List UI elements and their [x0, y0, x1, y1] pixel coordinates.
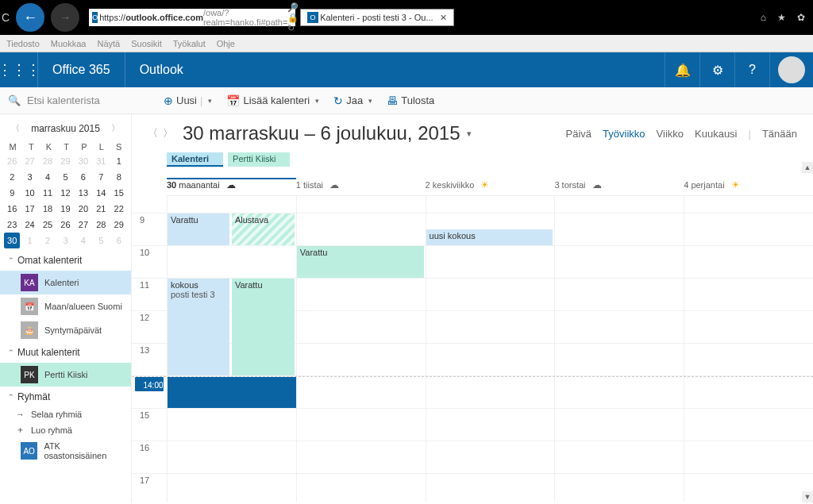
calendar-item-kalenteri[interactable]: KA Kalenteri [0, 271, 131, 294]
time-slot[interactable] [167, 344, 296, 375]
day[interactable]: 14 [93, 185, 109, 201]
day[interactable]: 16 [4, 201, 20, 217]
calendar-item-region[interactable]: 📅 Maan/alueen Suomi [0, 294, 131, 318]
allday-slot[interactable] [554, 196, 684, 213]
time-slot[interactable] [167, 441, 296, 473]
day[interactable]: 15 [111, 185, 127, 201]
mini-cal-month[interactable]: marraskuu 2015 [31, 123, 100, 134]
day[interactable]: 23 [4, 217, 20, 233]
time-slot[interactable] [684, 214, 813, 245]
time-slot[interactable] [426, 311, 555, 343]
time-slot[interactable] [426, 279, 555, 310]
tab-close-icon[interactable]: ✕ [440, 13, 447, 23]
day[interactable]: 29 [57, 153, 73, 169]
back-button[interactable]: ← [16, 3, 44, 32]
view-today[interactable]: Tänään [762, 128, 797, 140]
day[interactable]: 30 [75, 153, 91, 169]
browser-tab[interactable]: O Kalenteri - posti testi 3 - Ou... ✕ [300, 9, 453, 26]
menu-help[interactable]: Ohje [217, 39, 235, 48]
time-slot[interactable] [554, 279, 684, 310]
day-header-fri[interactable]: 4 perjantai☀ [684, 178, 813, 195]
day[interactable]: 9 [4, 185, 20, 201]
time-slot[interactable] [684, 311, 813, 343]
day[interactable]: 27 [22, 153, 38, 169]
chip-kalenteri[interactable]: Kalenteri [167, 152, 223, 167]
time-slot[interactable] [684, 246, 813, 278]
prev-month-button[interactable]: 〈 [11, 122, 20, 134]
time-slot[interactable]: Varattu Alustava [167, 214, 296, 245]
time-slot[interactable] [426, 474, 555, 502]
day[interactable]: 3 [57, 233, 73, 248]
day[interactable]: 19 [57, 201, 73, 217]
time-slot[interactable] [554, 409, 684, 441]
day[interactable]: 28 [40, 153, 56, 169]
day[interactable]: 2 [4, 169, 20, 185]
app-launcher-icon[interactable]: ⋮⋮⋮ [0, 52, 38, 87]
day[interactable]: 26 [57, 217, 73, 233]
day-header-tue[interactable]: 1 tiistai☁ [296, 178, 426, 195]
time-slot[interactable] [684, 441, 813, 473]
day[interactable]: 5 [57, 169, 73, 185]
day[interactable]: 8 [111, 169, 127, 185]
time-slot[interactable] [554, 311, 684, 343]
allday-slot[interactable] [296, 196, 426, 213]
share-button[interactable]: ↻ Jaa ▾ [333, 94, 372, 107]
time-slot[interactable] [167, 474, 296, 502]
day-today[interactable]: 30 [4, 233, 20, 248]
time-slot[interactable] [296, 344, 426, 375]
menu-view[interactable]: Näytä [97, 39, 120, 48]
day[interactable]: 12 [57, 185, 73, 201]
scroll-down-button[interactable]: ▼ [802, 491, 813, 502]
prev-week-button[interactable]: 〈 [148, 126, 158, 140]
time-slot[interactable] [426, 246, 555, 278]
day[interactable]: 4 [40, 169, 56, 185]
time-slot[interactable] [684, 344, 813, 375]
day[interactable]: 11 [40, 185, 56, 201]
day[interactable]: 29 [111, 217, 127, 233]
day[interactable]: 3 [22, 169, 38, 185]
day[interactable]: 28 [93, 217, 109, 233]
allday-slot[interactable] [167, 196, 296, 213]
chevron-down-icon[interactable]: ▾ [208, 97, 212, 105]
allday-slot[interactable] [684, 196, 813, 213]
time-slot[interactable] [167, 409, 296, 441]
day[interactable]: 22 [111, 201, 127, 217]
time-slot[interactable]: uusi kokous [426, 214, 555, 245]
day[interactable]: 7 [93, 169, 109, 185]
time-slot[interactable] [426, 409, 555, 441]
day[interactable]: 13 [75, 185, 91, 201]
day[interactable]: 6 [75, 169, 91, 185]
search-input[interactable]: 🔍 Etsi kalenterista [0, 94, 149, 106]
menu-tools[interactable]: Työkalut [173, 39, 206, 48]
time-slot[interactable] [296, 377, 426, 408]
day[interactable]: 26 [4, 153, 20, 169]
time-slot[interactable] [296, 441, 426, 473]
day[interactable]: 1 [22, 233, 38, 248]
time-slot[interactable] [554, 214, 684, 245]
event-varattu-tue[interactable]: Varattu [297, 246, 424, 278]
day[interactable]: 4 [75, 233, 91, 248]
next-month-button[interactable]: 〉 [111, 122, 120, 134]
day-header-mon[interactable]: 30 maanantai☁ [167, 178, 296, 195]
time-slot[interactable] [167, 311, 296, 343]
time-slot[interactable] [296, 311, 426, 343]
day[interactable]: 21 [93, 201, 109, 217]
event-alustava[interactable]: Alustava [232, 214, 295, 245]
allday-slot[interactable] [426, 196, 555, 213]
day[interactable]: 2 [40, 233, 56, 248]
own-calendars-section[interactable]: ⌃Omat kalenterit [0, 250, 131, 271]
time-slot[interactable] [554, 344, 684, 375]
office365-label[interactable]: Office 365 [38, 63, 125, 77]
day[interactable]: 18 [40, 201, 56, 217]
day[interactable]: 17 [22, 201, 38, 217]
next-week-button[interactable]: 〉 [163, 126, 173, 140]
print-button[interactable]: 🖶 Tulosta [387, 94, 434, 107]
day[interactable]: 6 [111, 233, 127, 248]
notifications-icon[interactable]: 🔔 [665, 52, 699, 87]
time-slot[interactable] [296, 474, 426, 502]
time-slot[interactable] [426, 377, 555, 408]
time-slot[interactable]: kokous posti testi 3 Varattu [167, 279, 296, 310]
time-slot[interactable] [296, 409, 426, 441]
chevron-down-icon[interactable]: ▾ [467, 129, 472, 139]
outlook-label[interactable]: Outlook [125, 52, 198, 87]
